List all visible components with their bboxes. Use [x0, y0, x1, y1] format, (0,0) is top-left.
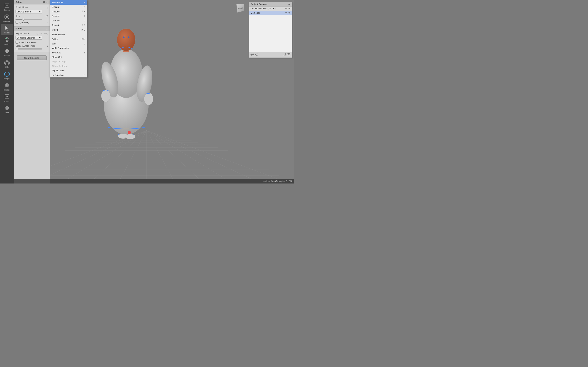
obj-monk-eye-icon[interactable]: 👁: [288, 11, 291, 14]
symmetry-row: Symmetry ✕: [16, 21, 48, 24]
svg-marker-12: [4, 72, 9, 77]
nav-cube-face[interactable]: RIGHT: [236, 4, 245, 13]
menu-item-join[interactable]: Join J: [50, 42, 87, 46]
allow-back-faces-checkbox[interactable]: [16, 41, 18, 44]
tool-export[interactable]: Export: [1, 92, 13, 103]
menu-item-extract[interactable]: Extract ⇧D: [50, 23, 87, 27]
crease-slider[interactable]: [16, 48, 42, 50]
svg-point-45: [144, 93, 153, 105]
svg-rect-17: [6, 106, 8, 108]
menu-item-reduce-label: Reduce: [52, 10, 60, 13]
menu-item-extrude-label: Extrude: [52, 19, 60, 22]
stamp-icon: [4, 48, 10, 54]
object-browser-title-text: Object Browser: [251, 3, 268, 6]
collapse-icon[interactable]: ▲: [46, 1, 48, 3]
meshmix-label: Meshmix: [3, 20, 11, 22]
menu-item-bridge-shortcut: ⌘B: [81, 38, 85, 40]
menu-item-tube-handle[interactable]: Tube Handle: [50, 32, 87, 37]
expand-mode-label: Expand Mode: [16, 32, 29, 35]
tool-print[interactable]: Print: [1, 104, 13, 115]
menu-item-discard[interactable]: Discard X: [50, 5, 87, 9]
obj-item-labrador[interactable]: Labrador-Retriever_02.OBJ ✏ 👁: [249, 7, 292, 11]
menu-item-extract-label: Extract: [52, 24, 59, 26]
select-section-header[interactable]: Select ⚙ ▲: [14, 0, 50, 4]
size-slider[interactable]: [16, 19, 42, 20]
menu-item-align-to-target-label: Align To Target: [52, 60, 67, 63]
svg-rect-18: [6, 108, 8, 110]
size-value: 20: [45, 15, 48, 17]
tool-shaders[interactable]: Shaders: [1, 81, 13, 92]
obj-item-monk-name: Monk.obj: [251, 12, 285, 14]
nav-cube[interactable]: RIGHT: [235, 2, 247, 14]
filters-collapse-icon[interactable]: ▲: [46, 27, 48, 30]
svg-point-4: [6, 16, 8, 18]
shaders-label: Shaders: [3, 89, 10, 91]
menu-item-flip-normals[interactable]: Flip Normals: [50, 68, 87, 73]
size-label: Size: [16, 15, 20, 17]
tool-sculpt[interactable]: Sculpt: [1, 35, 13, 46]
menu-item-erase-fill[interactable]: Erase & Fill F: [50, 0, 87, 5]
object-list: Labrador-Retriever_02.OBJ ✏ 👁 Monk.obj ✏…: [249, 7, 292, 15]
svg-marker-11: [5, 61, 9, 64]
menu-item-remesh-label: Remesh: [52, 15, 60, 17]
obj-copy-icon[interactable]: [283, 53, 286, 57]
filters-title: Filters: [16, 27, 22, 30]
menu-item-extrude[interactable]: Extrude D: [50, 18, 87, 23]
object-browser-arrow: ▶: [288, 3, 290, 6]
object-browser-title: Object Browser ▶: [249, 2, 292, 7]
obj-labrador-edit-icon[interactable]: ✏: [285, 7, 287, 10]
clear-selection-container: Clear Selection: [14, 52, 50, 64]
menu-item-bridge[interactable]: Bridge ⌘B: [50, 37, 87, 42]
menu-item-offset-label: Offset: [52, 29, 58, 31]
obj-item-labrador-name: Labrador-Retriever_02.OBJ: [251, 8, 285, 10]
stamp-label: Stamp: [4, 55, 9, 57]
menu-item-plane-cut[interactable]: Plane Cut: [50, 55, 87, 59]
sculpt-label: Sculpt: [4, 43, 9, 45]
obj-settings-icon[interactable]: [255, 53, 258, 57]
obj-delete-icon[interactable]: [287, 53, 291, 57]
select-section-title: Select: [16, 1, 22, 3]
expand-mode-hint: right-click-drag: [36, 33, 48, 34]
tool-import[interactable]: Import: [1, 1, 13, 12]
expand-mode-chevron: ▼: [39, 36, 41, 39]
svg-point-7: [6, 38, 7, 39]
crease-angle-row: Crease Angle Thres 0: [16, 45, 48, 47]
brush-mode-dropdown[interactable]: Unwrap Brush ▼: [16, 10, 42, 13]
menu-item-separate[interactable]: Separate Y: [50, 50, 87, 55]
menu-item-separate-shortcut: Y: [84, 51, 85, 54]
menu-item-reduce[interactable]: Reduce ⇧R: [50, 9, 87, 14]
svg-point-47: [117, 29, 135, 51]
settings-icon[interactable]: ⚙: [43, 1, 45, 4]
menu-item-join-label: Join: [52, 42, 56, 45]
svg-point-50: [128, 131, 131, 134]
menu-item-join-shortcut: J: [84, 42, 85, 45]
size-slider-thumb[interactable]: [22, 18, 25, 21]
menu-item-extract-shortcut: ⇧D: [82, 24, 85, 26]
3d-model: [85, 6, 167, 145]
clear-selection-button[interactable]: Clear Selection: [17, 55, 47, 60]
obj-item-monk[interactable]: Monk.obj ✏ 👁: [249, 11, 292, 15]
tool-select[interactable]: Select: [1, 24, 13, 35]
expand-mode-dropdown[interactable]: Geodesic Distance ▼: [16, 36, 42, 40]
tool-edit[interactable]: Edit: [1, 58, 13, 69]
menu-item-reduce-shortcut: ⇧R: [82, 10, 85, 13]
menu-item-offset[interactable]: Offset ⌘D: [50, 27, 87, 32]
crease-slider-thumb[interactable]: [16, 48, 18, 50]
menu-item-fit-primitive[interactable]: Fit Primitive P: [50, 73, 87, 77]
tool-analysis[interactable]: Analysis: [1, 69, 13, 80]
obj-add-icon[interactable]: [251, 53, 254, 57]
tool-stamp[interactable]: Stamp: [1, 47, 13, 58]
filters-section-header[interactable]: Filters ▲: [14, 26, 50, 31]
size-row: Size 20: [16, 15, 48, 17]
menu-item-remesh[interactable]: Remesh R: [50, 14, 87, 18]
svg-point-14: [6, 83, 7, 86]
menu-item-tube-handle-label: Tube Handle: [52, 33, 65, 36]
menu-item-weld-boundaries-label: Weld Boundaries: [52, 47, 69, 49]
tool-meshmix[interactable]: Meshmix: [1, 12, 13, 23]
print-icon: [4, 105, 10, 111]
menu-item-weld-boundaries[interactable]: Weld Boundaries: [50, 46, 87, 50]
obj-labrador-eye-icon[interactable]: 👁: [288, 7, 291, 10]
obj-monk-edit-icon[interactable]: ✏: [285, 11, 287, 14]
symmetry-checkbox[interactable]: [16, 21, 18, 24]
object-browser: Object Browser ▶ Labrador-Retriever_02.O…: [249, 2, 292, 58]
